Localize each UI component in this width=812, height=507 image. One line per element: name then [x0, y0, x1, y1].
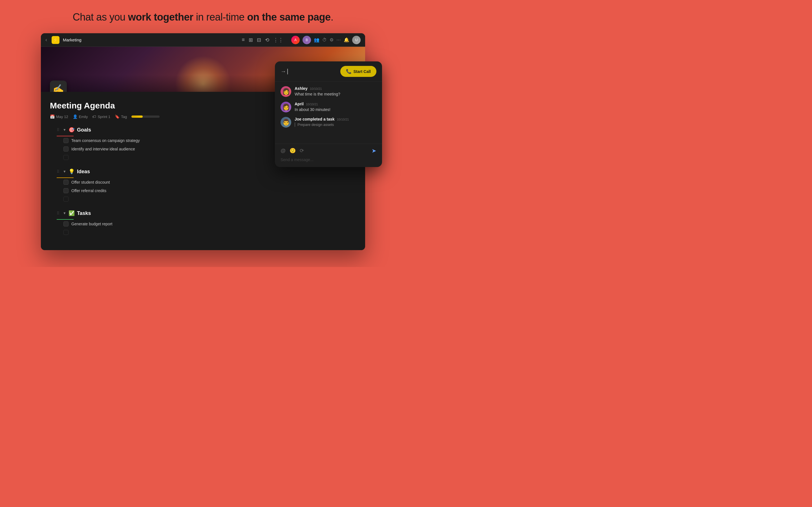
timer-icon[interactable]: ⏱	[322, 38, 327, 43]
avatar-user1: A	[291, 36, 300, 44]
chat-message-april: 👩 April 10/10/21 In about 30 minutes!	[281, 102, 376, 113]
section-ideas-header: ⠿ ▼ 💡 Ideas	[50, 168, 356, 175]
mention-icon[interactable]: @	[281, 148, 286, 154]
start-call-button[interactable]: 📞 Start Call	[340, 66, 376, 77]
chevron-ideas[interactable]: ▼	[63, 170, 66, 173]
sender-name-joe: Joe completed a task	[295, 117, 335, 121]
message-body-joe: Joe completed a task 10/10/21 Prepare de…	[295, 117, 376, 127]
avatar-ashley: 👩	[281, 86, 291, 97]
avatar-user2: B	[303, 36, 311, 44]
share-icon[interactable]: ⟲	[265, 37, 269, 43]
task-checkbox[interactable]	[63, 138, 68, 143]
avatar-april: 👩	[281, 102, 291, 112]
workspace-title: Marketing	[63, 38, 238, 42]
diagram-icon[interactable]: ⋮⋮	[273, 37, 283, 43]
calendar-icon: 📅	[50, 114, 55, 119]
goals-label: Goals	[77, 127, 91, 133]
task-item-empty[interactable]	[50, 195, 356, 203]
message-time-ashley: 10/10/21	[310, 87, 322, 91]
meta-tag[interactable]: 🔖 Tag	[115, 114, 127, 119]
meta-assignee[interactable]: 👤 Emily	[73, 114, 88, 119]
goals-icon: 🎯	[68, 127, 75, 133]
drag-handle-ideas[interactable]: ⠿	[57, 169, 59, 174]
drag-handle-goals[interactable]: ⠿	[57, 128, 59, 132]
view-list-icon[interactable]: ≡	[242, 37, 245, 43]
task-checkbox[interactable]	[63, 180, 68, 185]
task-checkbox[interactable]	[63, 221, 68, 226]
message-time-joe: 10/10/21	[337, 118, 349, 121]
sprint-icon: 🏷	[92, 114, 96, 119]
ideas-icon: 💡	[68, 168, 75, 175]
tasks-icon: ✅	[68, 210, 75, 216]
message-text-ashley: What time is the meeting?	[295, 92, 376, 97]
send-button[interactable]: ➤	[371, 147, 376, 154]
task-item: Offer referral credits	[50, 186, 356, 195]
sender-name-april: April	[295, 102, 304, 106]
view-calendar-icon[interactable]: ⊞	[249, 37, 253, 43]
chat-toolbar: @ 🙂 ⟳ ➤	[281, 147, 376, 154]
message-header-april: April 10/10/21	[295, 102, 376, 106]
message-quote-joe: Prepare design assets	[295, 122, 376, 127]
message-header-joe: Joe completed a task 10/10/21	[295, 117, 376, 121]
message-header-ashley: Ashley 10/10/21	[295, 86, 376, 91]
chat-messages: 👩 Ashley 10/10/21 What time is the meeti…	[275, 82, 382, 144]
back-button[interactable]: ‹	[45, 37, 47, 43]
start-call-label: Start Call	[354, 69, 371, 74]
nav-right: A B 👥 ⏱ ⚙ ⋯ 🔔 U	[291, 36, 361, 44]
task-item-empty[interactable]	[50, 228, 356, 237]
task-checkbox[interactable]	[63, 188, 68, 193]
nav-bar: ‹ ⚡ Marketing ≡ ⊞ ⊟ ⟲ ⋮⋮ A B 👥 ⏱ ⚙ ⋯ 🔔 U	[41, 33, 365, 47]
tag-icon: 🔖	[115, 114, 119, 119]
message-body-april: April 10/10/21 In about 30 minutes!	[295, 102, 376, 113]
section-ideas: ⠿ ▼ 💡 Ideas Offer student discount Offer…	[50, 168, 356, 203]
add-member-icon[interactable]: 👥	[314, 37, 319, 43]
bell-icon[interactable]: 🔔	[344, 37, 349, 43]
more-icon[interactable]: ⋯	[336, 37, 341, 43]
page-icon: ✍️	[50, 80, 67, 92]
chat-collapse-button[interactable]: →	[281, 68, 288, 75]
message-text-april: In about 30 minutes!	[295, 107, 376, 113]
chat-message-joe: 👨 Joe completed a task 10/10/21 Prepare …	[281, 117, 376, 128]
task-checkbox[interactable]	[63, 147, 68, 152]
chat-header: → 📞 Start Call	[275, 61, 382, 82]
chevron-goals[interactable]: ▼	[63, 128, 66, 132]
task-empty-checkbox[interactable]	[63, 196, 68, 202]
section-tasks-header: ⠿ ▼ ✅ Tasks	[50, 210, 356, 216]
tasks-label: Tasks	[77, 210, 91, 216]
logo-emoji: ⚡	[53, 37, 58, 43]
message-time-april: 10/10/21	[306, 103, 318, 106]
task-empty-checkbox[interactable]	[63, 230, 68, 235]
section-tasks: ⠿ ▼ ✅ Tasks Generate budget report	[50, 210, 356, 237]
chat-input-area: @ 🙂 ⟳ ➤ Send a message...	[275, 144, 382, 167]
task-item: Offer student discount	[50, 178, 356, 186]
sender-name-ashley: Ashley	[295, 86, 308, 91]
headline-text: Chat as you work together in real-time o…	[73, 11, 333, 23]
avatar-current-user[interactable]: U	[352, 36, 361, 44]
message-body-ashley: Ashley 10/10/21 What time is the meeting…	[295, 86, 376, 97]
chat-input-placeholder[interactable]: Send a message...	[281, 157, 376, 163]
chat-panel: → 📞 Start Call 👩 Ashley 10/10/21 W	[275, 61, 382, 167]
meta-date[interactable]: 📅 May 12	[50, 114, 68, 119]
nav-tools: ≡ ⊞ ⊟ ⟲ ⋮⋮	[242, 37, 283, 43]
cursor	[287, 69, 288, 74]
avatar-joe: 👨	[281, 117, 291, 128]
view-board-icon[interactable]: ⊟	[257, 37, 261, 43]
progress-fill	[132, 115, 143, 118]
task-item: Generate budget report	[50, 220, 356, 228]
upload-icon[interactable]: ⟳	[300, 148, 304, 154]
meta-sprint[interactable]: 🏷 Sprint 1	[92, 114, 110, 119]
app-logo: ⚡	[52, 36, 59, 44]
chevron-tasks[interactable]: ▼	[63, 211, 66, 215]
user-icon: 👤	[73, 114, 78, 119]
phone-icon: 📞	[346, 69, 352, 74]
emoji-icon[interactable]: 🙂	[290, 148, 296, 154]
headline: Chat as you work together in real-time o…	[73, 11, 333, 23]
app-window: ‹ ⚡ Marketing ≡ ⊞ ⊟ ⟲ ⋮⋮ A B 👥 ⏱ ⚙ ⋯ 🔔 U	[41, 33, 365, 250]
ideas-label: Ideas	[77, 169, 90, 175]
chat-message-ashley: 👩 Ashley 10/10/21 What time is the meeti…	[281, 86, 376, 97]
grid-icon[interactable]: ⚙	[329, 37, 334, 43]
drag-handle-tasks[interactable]: ⠿	[57, 211, 59, 216]
task-empty-checkbox[interactable]	[63, 155, 68, 160]
progress-bar	[132, 115, 160, 118]
